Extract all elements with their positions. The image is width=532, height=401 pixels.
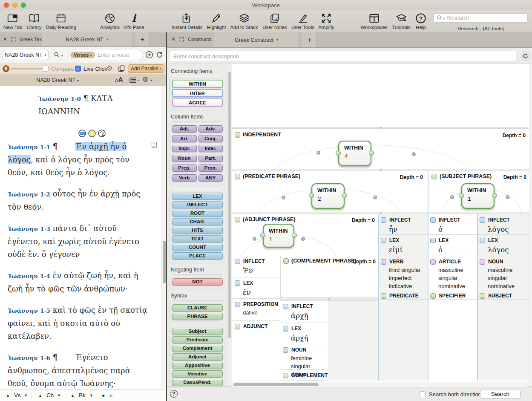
gear-icon[interactable]: ⚙ [142, 75, 148, 84]
palette-noun-button[interactable]: Noun [172, 155, 197, 162]
construct-cell-subject[interactable]: SUBJECT [477, 290, 529, 300]
verse-Ἰωάννην-1·2[interactable]: Ἰωάννην 1·2 οὗτος ἦν ἐν ἀρχῇ πρὸς τὸν θε… [8, 188, 150, 213]
close-pane-icon[interactable]: ✕ [3, 36, 7, 42]
user-tools-button[interactable]: User Tools [291, 12, 314, 30]
construct-cell-complement[interactable]: COMPLEMENT [280, 370, 328, 381]
palette-prep-button[interactable]: Prep. [172, 164, 197, 172]
construct-cell-preposition[interactable]: PREPOSITIONdative [232, 299, 280, 321]
verse-search-field[interactable]: Verses▾ [68, 50, 143, 60]
palette-casuspend-button[interactable]: CasusPend. [172, 379, 223, 386]
verse-down-button[interactable]: ▼ [24, 393, 28, 398]
construct-cell-article[interactable]: ARTICLEmasculine singular nominative [428, 256, 477, 290]
chapter-up-button[interactable]: ▲ [38, 393, 42, 398]
construct-cell-specifier[interactable]: SPECIFIER [428, 290, 477, 300]
verse-reference[interactable]: Ἰωάννην 1·4 [8, 273, 50, 280]
text-size-button[interactable]: AA [115, 76, 123, 84]
instant-details-button[interactable]: Instant Details [172, 12, 203, 30]
connector-port[interactable] [459, 193, 464, 198]
verse-reference[interactable]: Ἰωάννην 1·5 [8, 307, 50, 314]
construct-panel-predicate-phrase[interactable]: (PREDICATE PHRASE)Depth = 0WITHIN2 [232, 171, 427, 212]
search-mode-icon[interactable] [54, 52, 60, 58]
verse-reference[interactable]: Ἰωάννην 1·1 [8, 144, 50, 150]
palette-inter-button[interactable]: Inter. [198, 145, 223, 152]
daily-reading-button[interactable]: Daily Reading [46, 12, 76, 30]
verse-Ἰωάννην-1·6[interactable]: Ἰωάννην 1·6 ¶ Ἐγένετο ἄνθρωπος, ἀπεσταλμ… [8, 351, 150, 389]
close-pane-icon[interactable]: ✕ [171, 36, 175, 42]
sync-icon[interactable] [155, 51, 164, 59]
connector-dot[interactable] [282, 196, 285, 199]
text-scrollbar[interactable] [161, 86, 166, 389]
scrollbar-thumb[interactable] [163, 241, 166, 283]
construct-cell-inflect[interactable]: INFLECTλόγος [477, 214, 529, 235]
greek-text-area[interactable]: Ἰωάννην 1·0 ¶ ΚΑΤΑ ΙΩΑΝΝΗΝἸωάννην 1·1 ¶ … [0, 86, 161, 389]
construct-cell-inflect[interactable]: INFLECTἀρχῇ [280, 301, 328, 323]
context-slider-badge[interactable]: 0 [3, 65, 9, 72]
verse-Ἰωάννην-1·1[interactable]: Ἰωάννην 1·1 ¶ Ἐν ἀρχῇ ἦν ὁ λόγος, καὶ ὁ … [8, 140, 150, 179]
research-search-field[interactable]: ▾ [434, 13, 528, 23]
palette-impr-button[interactable]: Impr. [172, 145, 197, 152]
expand-pane-icon[interactable] [11, 37, 16, 42]
palette-place-button[interactable]: PLACE [172, 252, 223, 260]
construct-cell-inflect[interactable]: INFLECTἘν [232, 256, 280, 277]
palette-complement-button[interactable]: Complement [172, 345, 223, 352]
history-forward-button[interactable]: ▶ [110, 393, 113, 398]
connector-dot[interactable] [450, 195, 454, 199]
palette-conj-button[interactable]: Conj. [198, 135, 223, 142]
verse-Ἰωάννην-1·0[interactable]: Ἰωάννην 1·0 ¶ ΚΑΤΑ ΙΩΑΝΝΗΝ [8, 92, 150, 118]
connector-port[interactable] [492, 193, 497, 198]
palette-pron-button[interactable]: Pron. [198, 164, 223, 172]
yellow-highlighter-icon[interactable] [88, 129, 96, 138]
connector-dot[interactable] [412, 152, 416, 156]
palette-phrase-button[interactable]: PHRASE [172, 313, 223, 320]
context-slider[interactable] [10, 68, 43, 69]
palette-appositive-button[interactable]: Appositive [172, 362, 223, 369]
connector-dot[interactable] [253, 237, 256, 241]
palette-within-button[interactable]: WITHIN [172, 80, 223, 88]
palette-verb-button[interactable]: Verb [172, 174, 197, 182]
connector-dot[interactable] [373, 196, 377, 199]
info-pane-button[interactable]: iInfo Pane [123, 12, 144, 30]
blue-striped-highlighter-icon[interactable] [78, 129, 86, 138]
title-bar[interactable]: Workspace [0, 0, 532, 10]
construct-cell-lex[interactable]: LEXἐν [232, 277, 280, 299]
palette-predicate-button[interactable]: Predicate [172, 336, 223, 343]
palette-adjunct-button[interactable]: Adjunct [172, 353, 223, 361]
tab-na28-greek-nt[interactable]: NA28 Greek NT ▾ [42, 32, 132, 46]
canvas-horizontal-scrollbar[interactable] [232, 382, 529, 387]
construct-canvas[interactable]: INDEPENDENTDepth = 0WITHIN4(PREDICATE PH… [232, 64, 532, 386]
amplify-button[interactable]: Amplify [318, 12, 334, 30]
construct-cell-noun[interactable]: NOUNmasculine singular nominative [477, 256, 529, 290]
canvas-vertical-scrollbar[interactable] [529, 64, 532, 386]
connector-port[interactable] [342, 193, 347, 198]
help-button[interactable]: ?Help [414, 12, 427, 30]
add-to-stack-button[interactable]: Add to Stack [230, 12, 258, 30]
row-divider[interactable] [280, 297, 378, 301]
connector-dot[interactable] [301, 237, 305, 241]
pages-icon[interactable] [118, 65, 125, 72]
scrollbar-thumb[interactable] [233, 383, 319, 386]
within-connector[interactable]: WITHIN2 [311, 183, 345, 209]
connector-port[interactable] [369, 150, 374, 156]
palette-icon[interactable] [98, 129, 106, 138]
construct-cell-predicate[interactable]: PREDICATE [378, 290, 428, 300]
palette-not-button[interactable]: NOT [172, 278, 223, 286]
text-selector-dropdown[interactable]: NA28 Greek NT ▾ [3, 50, 49, 60]
library-button[interactable]: Library [26, 12, 41, 30]
construct-cell-noun[interactable]: NOUNfeminine singular dative [280, 344, 328, 370]
construct-cell-verb[interactable]: VERBthird singular imperfect indicative [378, 256, 428, 290]
palette-hits-button[interactable]: HITS [172, 227, 223, 234]
book-down-button[interactable]: ▼ [89, 393, 93, 398]
palette-adv-button[interactable]: Adv. [198, 125, 223, 133]
research-input[interactable] [446, 15, 525, 21]
verse-reference[interactable]: Ἰωάννην 1·3 [8, 225, 50, 232]
connector-port[interactable] [260, 233, 265, 238]
palette-art-button[interactable]: Art. [172, 135, 197, 142]
palette-inter-button[interactable]: INTER [172, 89, 223, 97]
within-connector[interactable]: WITHIN1 [263, 224, 294, 248]
add-parallel-button[interactable]: Add Parallel ▾ [128, 64, 164, 73]
live-click-checkbox[interactable]: ✓ [75, 66, 81, 72]
verse-up-button[interactable]: ▲ [6, 393, 10, 398]
construct-panel-subject-phrase[interactable]: (SUBJECT PHRASE)Depth = 0WITHIN1 [429, 171, 529, 212]
construct-panel-complement-phrase[interactable]: (COMPLEMENT PHRASE)Depth = 0 [280, 256, 378, 297]
verse-Ἰωάννην-1·4[interactable]: Ἰωάννην 1·4 ἐν αὐτῷ ζωὴ ἦν, καὶ ἡ ζωὴ ἦν… [8, 269, 150, 295]
